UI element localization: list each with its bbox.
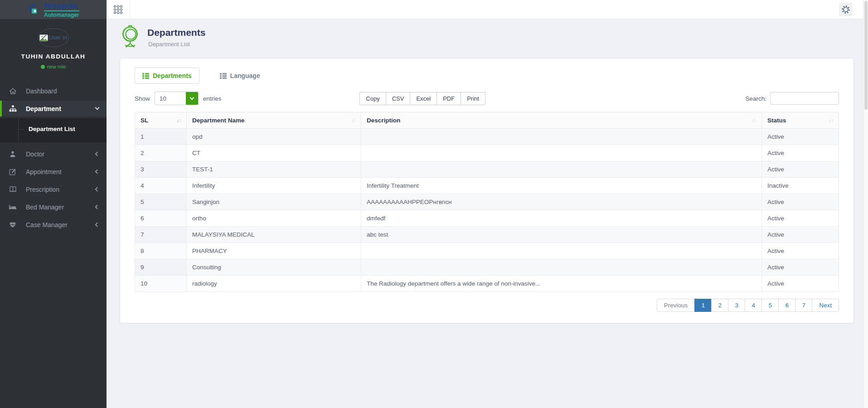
- apps-grid-icon: [113, 5, 123, 14]
- tab-departments[interactable]: Departments: [135, 68, 199, 84]
- cell-description: [361, 129, 762, 145]
- cell-description: Infertility Treatment: [361, 178, 762, 194]
- copy-button[interactable]: Copy: [359, 92, 386, 105]
- pagination-page-7[interactable]: 7: [795, 299, 812, 312]
- pagination-page-2[interactable]: 2: [711, 299, 728, 312]
- brand-title: Hospita: [44, 1, 79, 10]
- settings-button[interactable]: [839, 3, 853, 16]
- sort-icon: ↓↑: [752, 117, 756, 123]
- chevron-down-icon: [95, 106, 100, 110]
- cell-department-name: Consulting: [187, 259, 361, 276]
- show-label: Show: [135, 95, 150, 102]
- table-row: 7 MALAYSIYA MEDICAL abc test Active: [135, 227, 839, 243]
- pagination-page-5[interactable]: 5: [761, 299, 779, 312]
- table-header-status[interactable]: Status ↓↑: [762, 112, 839, 129]
- cell-status: Active: [762, 129, 839, 145]
- departments-table-wrap: SL ↓↑ Department Name ↓↑ Description ↓↑: [135, 112, 839, 292]
- sidebar-item-department[interactable]: Department: [0, 101, 107, 117]
- avatar-alt-text: User In: [49, 34, 67, 41]
- table-row: 5 Sanginjon ААААААААААНРРЕОРнгвпсн Activ…: [135, 194, 839, 210]
- search-label: Search:: [745, 95, 766, 102]
- sidebar: Hospita Automanager User In TUHIN ABDULL…: [0, 0, 107, 408]
- sidebar-item-doctor[interactable]: Doctor: [0, 146, 107, 162]
- chevron-down-icon: [189, 95, 194, 100]
- sort-icon: ↓↑: [829, 117, 833, 123]
- cell-description: dmfedf: [361, 210, 762, 227]
- sidebar-item-dashboard[interactable]: Dashboard: [0, 83, 107, 99]
- table-row: 3 TEST-1 Active: [135, 161, 839, 178]
- cell-status: Active: [762, 259, 839, 276]
- cell-sl: 3: [135, 161, 187, 178]
- cell-department-name: PHARMACY: [187, 243, 361, 259]
- table-row: 8 PHARMACY Active: [135, 243, 839, 259]
- brand-mark-icon: [27, 3, 41, 16]
- cell-status: Active: [762, 243, 839, 259]
- export-buttons: Copy CSV Excel PDF Print: [359, 92, 485, 105]
- pagination-page-6[interactable]: 6: [778, 299, 795, 312]
- cell-sl: 7: [135, 227, 187, 243]
- sidebar-item-appointment[interactable]: Appointment: [0, 164, 107, 180]
- scrollbar-thumb[interactable]: [864, 1, 868, 110]
- sidebar-item-department-list[interactable]: Department List: [0, 126, 107, 132]
- table-header-department-name[interactable]: Department Name ↓↑: [187, 112, 361, 129]
- table-row: 9 Consulting Active: [135, 259, 839, 276]
- user-name: TUHIN ABDULLAH: [0, 53, 107, 60]
- cell-description: [361, 243, 762, 259]
- sidebar-item-case-manager[interactable]: Case Manager: [0, 217, 107, 233]
- csv-button[interactable]: CSV: [386, 92, 411, 105]
- entries-select-value: 10: [155, 92, 186, 105]
- table-header-description[interactable]: Description ↓↑: [361, 112, 762, 129]
- cell-description: The Radiology department offers a wide r…: [361, 276, 762, 292]
- tab-language[interactable]: Language: [212, 68, 268, 84]
- brand-logo[interactable]: Hospita Automanager: [0, 0, 107, 19]
- pagination-previous[interactable]: Previous: [657, 299, 695, 312]
- pdf-button[interactable]: PDF: [436, 92, 461, 105]
- sidebar-item-prescription[interactable]: Prescription: [0, 181, 107, 197]
- home-icon: [9, 87, 17, 95]
- table-header-sl[interactable]: SL ↓↑: [135, 112, 187, 129]
- excel-button[interactable]: Excel: [410, 92, 437, 105]
- heart-icon: [9, 221, 17, 228]
- brand-subtitle: Automanager: [44, 10, 79, 18]
- page-subtitle: Department List: [147, 41, 205, 48]
- topbar: [107, 0, 868, 19]
- chevron-left-icon: [95, 223, 100, 227]
- broken-image-icon: [39, 34, 48, 41]
- pagination-next[interactable]: Next: [812, 299, 839, 312]
- pagination-page-4[interactable]: 4: [745, 299, 762, 312]
- pagination-page-3[interactable]: 3: [728, 299, 745, 312]
- cell-department-name: MALAYSIYA MEDICAL: [187, 227, 361, 243]
- cell-sl: 8: [135, 243, 187, 259]
- department-submenu: Department List: [0, 118, 107, 142]
- book-icon: [9, 186, 17, 193]
- pagination-page-1[interactable]: 1: [694, 299, 712, 312]
- table-row: 10 radiology The Radiology department of…: [135, 276, 839, 292]
- cell-sl: 1: [135, 129, 187, 145]
- main-content: Departments Department List Departments: [107, 0, 868, 323]
- cell-status: Active: [762, 145, 839, 161]
- sidebar-menu: Dashboard Department Department List: [0, 83, 107, 233]
- cell-status: Active: [762, 161, 839, 178]
- cell-sl: 6: [135, 210, 187, 227]
- sort-icon: ↓↑: [351, 117, 355, 123]
- cell-sl: 4: [135, 178, 187, 194]
- cell-status: Active: [762, 227, 839, 243]
- print-button[interactable]: Print: [461, 92, 485, 105]
- doctor-icon: [9, 151, 17, 158]
- cell-department-name: radiology: [187, 276, 361, 292]
- sidebar-item-bed-manager[interactable]: Bed Manager: [0, 199, 107, 215]
- search-input[interactable]: [770, 92, 839, 105]
- cell-description: ААААААААААНРРЕОРнгвпсн: [361, 194, 762, 210]
- tabs: Departments Language: [135, 68, 839, 84]
- apps-grid-button[interactable]: [107, 0, 130, 19]
- departments-card: Departments Language Show 10: [120, 58, 854, 323]
- user-block: User In TUHIN ABDULLAH new role: [0, 19, 107, 72]
- sort-icon: ↓↑: [177, 117, 181, 123]
- table-row: 6 ortho dmfedf Active: [135, 210, 839, 227]
- entries-select[interactable]: 10: [155, 92, 199, 105]
- chevron-left-icon: [95, 205, 100, 209]
- chevron-left-icon: [95, 152, 100, 156]
- cell-status: Active: [762, 210, 839, 227]
- cell-description: [361, 161, 762, 178]
- cell-status: Inactive: [762, 178, 839, 194]
